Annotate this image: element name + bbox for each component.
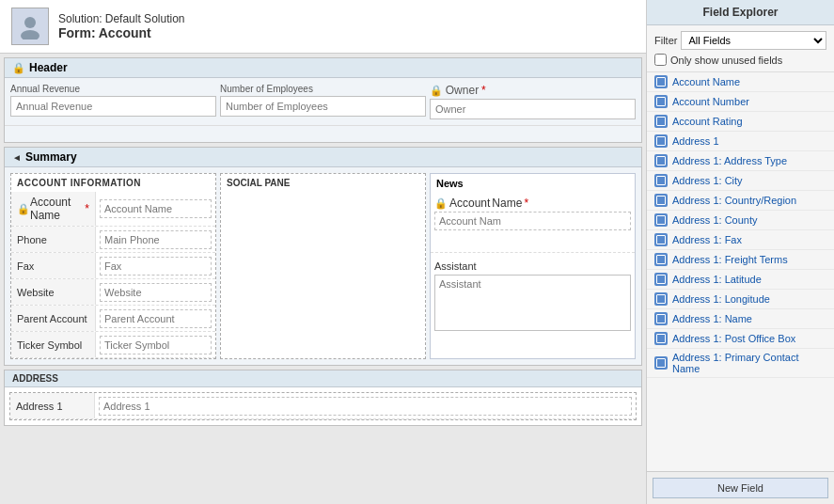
field-item-text: Address 1: Primary Contact Name bbox=[672, 352, 826, 374]
annual-revenue-field: Annual Revenue bbox=[10, 84, 216, 119]
parent-account-label: Parent Account bbox=[11, 306, 96, 331]
form-label: Form: Account bbox=[58, 25, 185, 40]
parent-account-input[interactable] bbox=[100, 309, 212, 328]
list-item[interactable]: Address 1: Country/Region bbox=[647, 191, 834, 211]
only-unused-checkbox[interactable] bbox=[654, 54, 667, 66]
num-employees-input[interactable] bbox=[220, 96, 426, 117]
list-item[interactable]: Address 1: City bbox=[647, 171, 834, 191]
address-col: Address 1 bbox=[9, 392, 637, 420]
field-item-text: Address 1: Freight Terms bbox=[672, 254, 788, 265]
summary-section: ◄ Summary ACCOUNT INFORMATION 🔒 Account … bbox=[4, 147, 642, 366]
field-item-icon bbox=[654, 213, 668, 227]
website-label: Website bbox=[11, 279, 96, 305]
field-item-icon bbox=[654, 194, 668, 207]
summary-arrow-icon: ◄ bbox=[12, 152, 22, 163]
list-item[interactable]: Account Name bbox=[647, 72, 834, 92]
list-item[interactable]: Address 1: Primary Contact Name bbox=[647, 349, 834, 378]
list-item[interactable]: Address 1: Latitude bbox=[647, 270, 834, 290]
field-item-text: Address 1: Latitude bbox=[672, 274, 762, 285]
field-item-text: Address 1: City bbox=[672, 175, 743, 186]
field-item-icon bbox=[654, 174, 668, 187]
assistant-label: Assistant bbox=[434, 260, 631, 272]
address-header: ADDRESS bbox=[5, 370, 641, 387]
field-item-icon bbox=[654, 253, 668, 266]
header-title: Header bbox=[29, 61, 68, 74]
field-item-icon bbox=[654, 273, 668, 286]
owner-input[interactable] bbox=[430, 99, 636, 119]
field-item-text: Account Number bbox=[672, 96, 749, 107]
form-content: 🔒 Header Annual Revenue Number of Employ… bbox=[0, 54, 646, 504]
address-section: ADDRESS Address 1 bbox=[4, 370, 642, 426]
svg-point-0 bbox=[24, 17, 36, 28]
news-lock-icon: 🔒 bbox=[434, 197, 448, 210]
news-account-name-input[interactable] bbox=[434, 212, 631, 230]
field-item-icon bbox=[654, 292, 668, 306]
list-item[interactable]: Address 1: Longitude bbox=[647, 290, 834, 309]
header-fields: Annual Revenue Number of Employees 🔒 Own… bbox=[5, 78, 641, 125]
header-section: 🔒 Header Annual Revenue Number of Employ… bbox=[4, 57, 642, 143]
field-item-icon bbox=[654, 233, 668, 246]
field-item-text: Address 1: Country/Region bbox=[672, 195, 796, 206]
fax-input-cell bbox=[96, 253, 215, 278]
account-name-input[interactable] bbox=[100, 199, 212, 218]
fax-input[interactable] bbox=[100, 257, 212, 276]
field-explorer-footer: New Field bbox=[647, 471, 834, 504]
assistant-input[interactable] bbox=[434, 275, 631, 331]
phone-input[interactable] bbox=[100, 230, 212, 249]
field-item-text: Address 1: Longitude bbox=[672, 293, 770, 305]
address1-label: Address 1 bbox=[10, 393, 95, 418]
field-item-text: Address 1 bbox=[672, 135, 719, 147]
news-col: News 🔒 Account Name * As bbox=[430, 173, 636, 359]
filter-select[interactable]: All FieldsRequired FieldsUnused Fields bbox=[681, 31, 826, 50]
address1-row: Address 1 bbox=[10, 393, 636, 419]
app-header: Solution: Default Solution Form: Account bbox=[0, 0, 646, 54]
phone-input-cell bbox=[96, 227, 215, 252]
list-item[interactable]: Address 1: County bbox=[647, 211, 834, 230]
field-item-icon bbox=[654, 95, 668, 108]
list-item[interactable]: Account Rating bbox=[647, 112, 834, 132]
account-name-lock-icon: 🔒 bbox=[17, 203, 30, 215]
news-account-name-field: 🔒 Account Name * bbox=[431, 193, 635, 234]
field-explorer-panel: Field Explorer Filter All FieldsRequired… bbox=[646, 0, 834, 504]
account-info-header: ACCOUNT INFORMATION bbox=[11, 174, 215, 192]
summary-header: ◄ Summary bbox=[5, 148, 641, 167]
phone-label: Phone bbox=[11, 227, 96, 252]
website-input-cell bbox=[96, 279, 215, 305]
address1-input[interactable] bbox=[99, 397, 632, 416]
ticker-symbol-input[interactable] bbox=[100, 336, 212, 354]
field-explorer-list: Account Name Account Number Account Rati… bbox=[647, 72, 834, 471]
list-item[interactable]: Address 1: Post Office Box bbox=[647, 329, 834, 349]
field-item-icon bbox=[654, 332, 668, 345]
parent-account-input-cell bbox=[96, 306, 215, 331]
only-unused-row: Only show unused fields bbox=[654, 54, 826, 66]
filter-label: Filter bbox=[654, 35, 677, 46]
filter-row: Filter All FieldsRequired FieldsUnused F… bbox=[654, 31, 826, 50]
field-item-text: Address 1: Name bbox=[672, 313, 752, 324]
list-item[interactable]: Address 1: Name bbox=[647, 309, 834, 329]
new-field-button[interactable]: New Field bbox=[653, 478, 828, 498]
phone-row: Phone bbox=[11, 227, 215, 253]
news-account-name-label: 🔒 Account Name * bbox=[434, 197, 631, 210]
news-header: News bbox=[431, 174, 635, 193]
header-section-title: 🔒 Header bbox=[5, 58, 641, 78]
list-item[interactable]: Account Number bbox=[647, 92, 834, 112]
fax-label: Fax bbox=[11, 253, 96, 278]
website-input[interactable] bbox=[100, 283, 212, 302]
annual-revenue-input[interactable] bbox=[10, 96, 216, 117]
list-item[interactable]: Address 1: Freight Terms bbox=[647, 250, 834, 270]
ticker-symbol-label: Ticker Symbol bbox=[11, 332, 96, 357]
social-pane-header: SOCIAL PANE bbox=[221, 174, 425, 192]
field-explorer-filter: Filter All FieldsRequired FieldsUnused F… bbox=[647, 25, 834, 72]
field-explorer-header: Field Explorer bbox=[647, 0, 834, 25]
field-item-icon bbox=[654, 115, 668, 128]
field-item-icon bbox=[654, 312, 668, 325]
list-item[interactable]: Address 1 bbox=[647, 132, 834, 151]
num-employees-field: Number of Employees bbox=[220, 84, 426, 119]
list-item[interactable]: Address 1: Address Type bbox=[647, 151, 834, 171]
summary-body: ACCOUNT INFORMATION 🔒 Account Name * bbox=[5, 167, 641, 365]
owner-lock-icon: 🔒 bbox=[430, 85, 443, 96]
list-item[interactable]: Address 1: Fax bbox=[647, 230, 834, 250]
field-item-text: Address 1: Address Type bbox=[672, 155, 787, 166]
field-item-icon bbox=[654, 75, 668, 88]
parent-account-row: Parent Account bbox=[11, 306, 215, 332]
